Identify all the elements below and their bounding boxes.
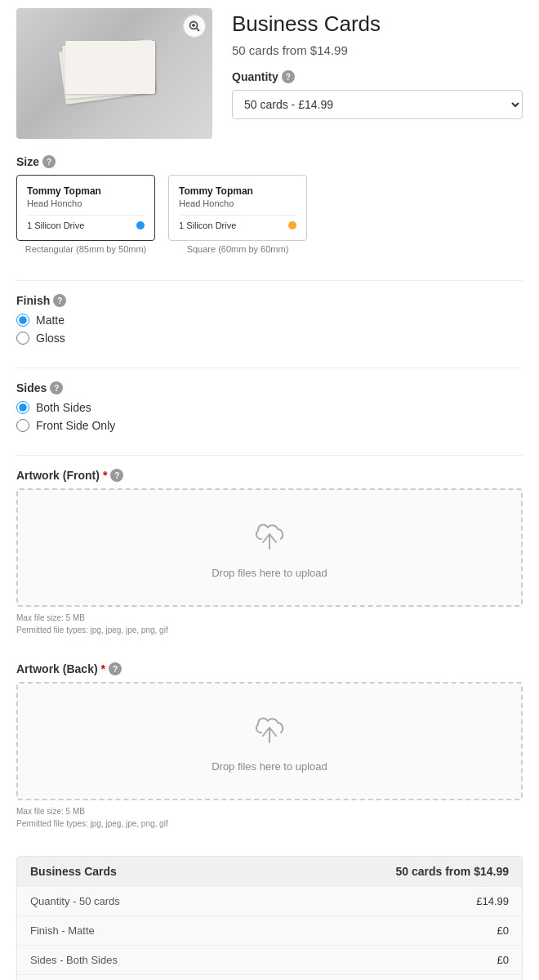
sides-front-option[interactable]: Front Side Only: [16, 419, 523, 432]
artwork-front-help-icon[interactable]: ?: [110, 469, 123, 482]
artwork-front-label: Artwork (Front) * ?: [16, 469, 523, 482]
size-card-rect-name: Tommy Topman: [27, 185, 145, 197]
sides-front-radio[interactable]: [16, 419, 29, 432]
top-section: Business Cards 50 cards from $14.99 Quan…: [16, 8, 523, 139]
size-card-sq-detail: 1 Silicon Drive: [179, 215, 296, 230]
finish-label: Finish ?: [16, 294, 523, 307]
size-card-sq-name: Tommy Topman: [179, 185, 296, 197]
artwork-front-file-info: Max file size: 5 MB Permitted file types…: [16, 612, 523, 636]
size-caption-rect: Rectangular (85mm by 50mm): [16, 244, 155, 254]
sides-both-label: Both Sides: [36, 401, 91, 414]
pricing-header-value: 50 cards from $14.99: [395, 865, 509, 878]
divider-2: [16, 368, 523, 368]
finish-help-icon[interactable]: ?: [53, 294, 66, 307]
sides-front-label: Front Side Only: [36, 419, 115, 432]
pricing-header-label: Business Cards: [30, 865, 117, 878]
quantity-help-icon[interactable]: ?: [282, 70, 295, 83]
product-title: Business Cards: [232, 11, 523, 37]
page-container: Business Cards 50 cards from $14.99 Quan…: [0, 0, 539, 980]
pricing-header-row: Business Cards 50 cards from $14.99: [17, 857, 522, 887]
finish-section: Finish ? Matte Gloss: [16, 294, 523, 348]
size-card-rectangular[interactable]: Tommy Topman Head Honcho 1 Silicon Drive: [16, 175, 155, 241]
finish-gloss-option[interactable]: Gloss: [16, 332, 523, 345]
size-label: Size ?: [16, 155, 523, 168]
artwork-front-upload-zone[interactable]: Drop files here to upload: [16, 488, 523, 607]
finish-matte-option[interactable]: Matte: [16, 314, 523, 327]
finish-radio-group: Matte Gloss: [16, 314, 523, 345]
product-image-container: [16, 8, 212, 139]
size-section: Size ? Tommy Topman Head Honcho 1 Silico…: [16, 155, 523, 261]
artwork-front-upload-text: Drop files here to upload: [212, 567, 327, 579]
pricing-row-subtotal: Subtotal £14.99: [17, 975, 522, 980]
divider-3: [16, 455, 523, 456]
price-summary: 50 cards from $14.99: [232, 43, 523, 57]
upload-back-icon: [250, 710, 289, 752]
artwork-back-label: Artwork (Back) * ?: [16, 662, 523, 675]
artwork-back-file-info: Max file size: 5 MB Permitted file types…: [16, 805, 523, 830]
sides-both-radio[interactable]: [16, 401, 29, 414]
sides-section: Sides ? Both Sides Front Side Only: [16, 381, 523, 435]
artwork-front-required: *: [103, 469, 107, 482]
pricing-row-finish: Finish - Matte £0: [17, 916, 522, 946]
card-stack: [65, 41, 163, 106]
artwork-back-help-icon[interactable]: ?: [109, 662, 122, 675]
size-help-icon[interactable]: ?: [42, 155, 56, 168]
quantity-label: Quantity ?: [232, 70, 523, 83]
size-card-square[interactable]: Tommy Topman Head Honcho 1 Silicon Drive: [168, 175, 307, 241]
zoom-icon[interactable]: [183, 15, 206, 38]
svg-line-1: [197, 29, 200, 32]
sides-help-icon[interactable]: ?: [50, 381, 63, 394]
size-dot-rect: [136, 221, 145, 229]
pricing-sides-value: £0: [497, 954, 509, 966]
pricing-sides-label: Sides - Both Sides: [30, 954, 118, 966]
sides-label: Sides ?: [16, 381, 523, 394]
pricing-row-sides: Sides - Both Sides £0: [17, 946, 522, 975]
pricing-table: Business Cards 50 cards from $14.99 Quan…: [16, 856, 523, 980]
pricing-quantity-value: £14.99: [476, 895, 509, 907]
quantity-select[interactable]: 50 cards - £14.99 100 cards - £19.99 250…: [232, 90, 523, 119]
card-stack-item: [65, 41, 155, 94]
size-card-rect-detail: 1 Silicon Drive: [27, 215, 145, 230]
pricing-quantity-label: Quantity - 50 cards: [30, 895, 120, 907]
pricing-finish-label: Finish - Matte: [30, 924, 95, 937]
artwork-back-upload-text: Drop files here to upload: [212, 760, 327, 773]
divider-1: [16, 280, 523, 281]
finish-matte-label: Matte: [36, 314, 65, 327]
upload-front-icon: [250, 516, 289, 559]
size-card-sq-title: Head Honcho: [179, 198, 296, 208]
sides-radio-group: Both Sides Front Side Only: [16, 401, 523, 432]
size-card-rect-title: Head Honcho: [27, 198, 145, 208]
artwork-back-section: Artwork (Back) * ? Drop files here to up…: [16, 662, 523, 843]
finish-matte-radio[interactable]: [16, 314, 29, 327]
finish-gloss-label: Gloss: [36, 332, 65, 345]
size-options: Tommy Topman Head Honcho 1 Silicon Drive…: [16, 175, 523, 254]
artwork-back-required: *: [101, 662, 105, 675]
pricing-finish-value: £0: [497, 924, 509, 937]
sides-both-option[interactable]: Both Sides: [16, 401, 523, 414]
product-details: Business Cards 50 cards from $14.99 Quan…: [232, 8, 523, 139]
finish-gloss-radio[interactable]: [16, 332, 29, 345]
size-caption-sq: Square (60mm by 60mm): [168, 244, 307, 254]
size-dot-sq: [288, 221, 296, 229]
artwork-back-upload-zone[interactable]: Drop files here to upload: [16, 682, 523, 800]
artwork-front-section: Artwork (Front) * ? Drop files here to u…: [16, 469, 523, 649]
pricing-row-quantity: Quantity - 50 cards £14.99: [17, 887, 522, 916]
